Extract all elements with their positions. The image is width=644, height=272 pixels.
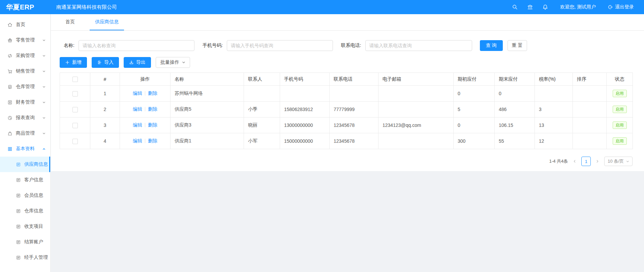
cell-end-payable: 55 [495, 133, 535, 149]
delete-link[interactable]: 删除 [148, 90, 157, 96]
cell-tax-rate: 3 [535, 102, 573, 117]
chevron-down-icon [42, 85, 45, 88]
row-checkbox[interactable] [72, 91, 78, 97]
cell-tel [330, 86, 378, 102]
logout-button[interactable]: 退出登录 [608, 4, 634, 10]
plus-icon [65, 60, 70, 65]
cell-begin-payable: 5 [454, 102, 495, 117]
row-checkbox[interactable] [72, 107, 78, 112]
sync-icon [7, 53, 12, 58]
cell-end-payable: 0 [495, 86, 535, 102]
phone-filter-input[interactable] [227, 40, 333, 51]
name-filter-input[interactable] [79, 40, 194, 51]
cell-contact [244, 86, 280, 102]
sidebar-item-retail[interactable]: 零售管理 [0, 32, 50, 48]
row-checkbox[interactable] [72, 139, 78, 144]
divider [145, 123, 145, 127]
cell-name: 供应商1 [171, 133, 244, 149]
cell-name: 苏州蜗牛网络 [171, 86, 244, 102]
export-button[interactable]: 导出 [124, 57, 151, 68]
cell-actions: 编辑删除 [120, 117, 171, 133]
header-actions: 欢迎您, 测试用户 退出登录 [512, 4, 644, 10]
col-header-contact: 联系人 [244, 73, 280, 86]
select-all-checkbox[interactable] [72, 77, 78, 82]
cell-contact: 小季 [244, 102, 280, 117]
cell-phone: 13000000000 [280, 117, 330, 133]
page-size-select[interactable]: 10 条/页 [604, 157, 633, 166]
search-icon[interactable] [512, 4, 518, 10]
cell-tel: 12345678 [330, 133, 378, 149]
chevron-right-icon [596, 160, 599, 163]
edit-link[interactable]: 编辑 [133, 90, 142, 96]
cell-email [378, 86, 454, 102]
sidebar-item-sales[interactable]: 销售管理 [0, 63, 50, 79]
edit-link[interactable]: 编辑 [133, 106, 142, 112]
status-badge: 启用 [613, 106, 627, 113]
edit-link[interactable]: 编辑 [133, 122, 142, 128]
table-row: 3 编辑删除 供应商3 晓丽 13000000000 12345678 1234… [60, 117, 633, 133]
page-number[interactable]: 1 [581, 157, 591, 166]
tel-filter-input[interactable] [365, 40, 472, 51]
col-header-index: # [90, 73, 120, 86]
sidebar-item-finance[interactable]: 财务管理 [0, 94, 50, 110]
chevron-down-icon [42, 39, 45, 42]
tab-supplier-info[interactable]: 供应商信息 [90, 14, 124, 30]
doc-icon [16, 209, 21, 214]
delete-link[interactable]: 删除 [148, 122, 157, 128]
cell-begin-payable: 0 [454, 86, 495, 102]
cell-begin-payable: 0 [454, 117, 495, 133]
sidebar-item-purchase[interactable]: 采购管理 [0, 48, 50, 63]
cell-contact: 晓丽 [244, 117, 280, 133]
sidebar-item-goods[interactable]: 商品管理 [0, 126, 50, 141]
reset-button[interactable]: 重 置 [508, 40, 527, 51]
sidebar-item-warehouse[interactable]: 仓库管理 [0, 79, 50, 94]
delete-link[interactable]: 删除 [148, 138, 157, 143]
col-header-name: 名称 [171, 73, 244, 86]
cell-end-payable: 486 [495, 102, 535, 117]
table-row: 1 编辑删除 苏州蜗牛网络 0 0 启用 [60, 86, 633, 102]
cell-phone [280, 86, 330, 102]
row-checkbox[interactable] [72, 123, 78, 128]
sidebar-subitem-income-expense[interactable]: 收支项目 [0, 219, 50, 234]
cell-phone: 15806283912 [280, 102, 330, 117]
add-button[interactable]: 新增 [60, 57, 87, 68]
cell-email [378, 102, 454, 117]
import-button-label: 导入 [104, 59, 114, 65]
top-header: 华夏ERP 南通某某网络科技有限公司 欢迎您, 测试用户 退出登录 [0, 0, 644, 14]
doc-icon [16, 178, 21, 183]
sidebar-subitem-customer-info[interactable]: 客户信息 [0, 172, 50, 188]
doc-icon [16, 255, 21, 260]
delete-link[interactable]: 删除 [148, 106, 157, 112]
sidebar-subitem-supplier-info[interactable]: 供应商信息 [0, 157, 50, 172]
doc-icon [16, 193, 21, 198]
prev-page-button[interactable] [571, 157, 578, 166]
cell-phone: 15000000000 [280, 133, 330, 149]
sidebar-subitem-handler-management[interactable]: 经手人管理 [0, 250, 50, 265]
sidebar-subitem-settlement-account[interactable]: 结算账户 [0, 234, 50, 250]
sidebar-item-reports[interactable]: 报表查询 [0, 110, 50, 126]
logout-icon [608, 4, 613, 10]
supplier-table: # 操作 名称 联系人 手机号码 联系电话 电子邮箱 期初应付 期末应付 税率(… [60, 73, 633, 149]
sidebar-item-basic-data[interactable]: 基本资料 [0, 141, 50, 157]
next-page-button[interactable] [594, 157, 601, 166]
edit-link[interactable]: 编辑 [133, 138, 142, 143]
sidebar-subitem-label: 经手人管理 [24, 254, 48, 261]
platform-icon[interactable] [527, 4, 533, 10]
bell-icon[interactable] [542, 4, 548, 10]
batch-actions-button[interactable]: 批量操作 [156, 57, 190, 68]
sidebar-item-label: 基本资料 [16, 146, 35, 152]
search-button[interactable]: 查 询 [480, 40, 503, 51]
money-icon [7, 100, 12, 105]
cell-sort [573, 117, 607, 133]
sidebar-subitem-member-info[interactable]: 会员信息 [0, 188, 50, 203]
sidebar-item-home[interactable]: 首页 [0, 17, 50, 32]
app-logo: 华夏ERP [0, 3, 51, 12]
doc-icon [16, 240, 21, 245]
cell-actions: 编辑删除 [120, 102, 171, 117]
col-header-end-payable: 期末应付 [495, 73, 535, 86]
tab-home[interactable]: 首页 [60, 14, 80, 30]
sidebar-item-label: 财务管理 [16, 99, 35, 105]
import-button[interactable]: 导入 [92, 57, 119, 68]
cell-index: 4 [90, 133, 120, 149]
sidebar-subitem-warehouse-info[interactable]: 仓库信息 [0, 203, 50, 219]
